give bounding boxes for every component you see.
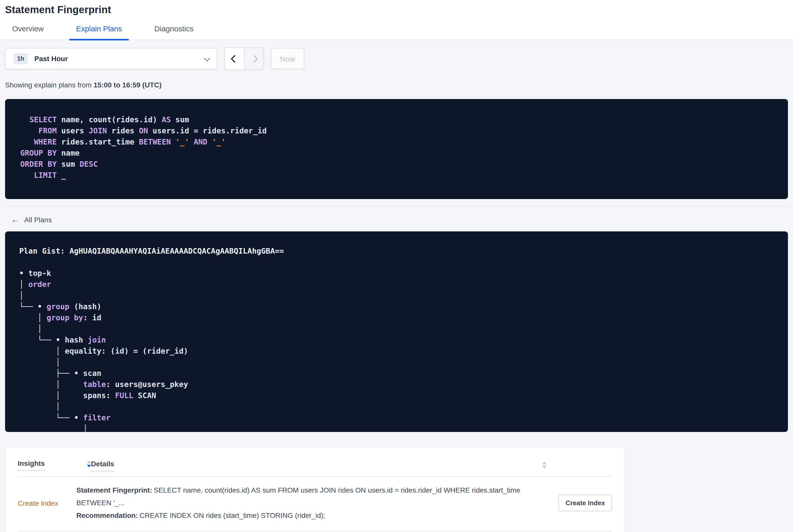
plan-gist-line: Plan Gist: AgHUAQIABQAAAHYAQIAiAEAAAADCQ… <box>19 246 788 256</box>
time-controls: 1h Past Hour Now <box>5 48 788 70</box>
tab-diagnostics[interactable]: Diagnostics <box>147 24 201 39</box>
time-range-badge: 1h <box>14 53 28 64</box>
time-step-group <box>224 48 264 70</box>
insights-column-header[interactable]: Insights <box>18 459 76 471</box>
insights-column-label: Insights <box>18 459 45 471</box>
sort-details-icon[interactable] <box>542 462 546 468</box>
all-plans-back-link[interactable]: ←All Plans <box>11 216 52 224</box>
recommendation-text: CREATE INDEX ON rides (start_time) STORI… <box>139 511 325 519</box>
page-content: 1h Past Hour Now Showing explain plans f… <box>0 48 793 532</box>
details-column-label: Details <box>91 460 114 471</box>
insights-table-header: Insights Details <box>18 447 612 477</box>
chevron-down-icon <box>204 55 210 61</box>
explain-plans-page: Statement Fingerprint Overview Explain P… <box>0 0 793 532</box>
chevron-left-icon <box>230 55 238 62</box>
sql-statement-panel: SELECT name, count(rides.id) AS sum FROM… <box>5 99 788 199</box>
all-plans-label: All Plans <box>24 216 52 224</box>
section-divider <box>0 206 793 206</box>
sort-insights-icon[interactable] <box>87 461 91 467</box>
insight-details-cell: Statement Fingerprint:SELECT name, count… <box>76 484 546 522</box>
page-title: Statement Fingerprint <box>0 0 793 16</box>
prev-interval-button[interactable] <box>225 48 244 69</box>
showing-prefix: Showing explain plans from <box>5 81 94 89</box>
insight-statement-line: Statement Fingerprint:SELECT name, count… <box>76 484 546 509</box>
insights-card: Insights Details Create Index Statement … <box>5 446 625 532</box>
showing-range-text: Showing explain plans from 15:00 to 16:5… <box>5 81 788 89</box>
insight-type-link[interactable]: Create Index <box>18 499 76 507</box>
tab-bar: Overview Explain Plans Diagnostics <box>0 24 793 39</box>
create-index-button[interactable]: Create Index <box>559 495 612 511</box>
sql-statement: SELECT name, count(rides.id) AS sum FROM… <box>20 114 788 181</box>
tab-explain-plans[interactable]: Explain Plans <box>69 24 129 39</box>
showing-range-bold: 15:00 to 16:59 (UTC) <box>94 81 162 89</box>
now-button[interactable]: Now <box>271 48 304 69</box>
time-range-label: Past Hour <box>34 55 68 63</box>
details-column-header[interactable]: Details <box>91 459 114 468</box>
next-interval-button[interactable] <box>244 48 263 69</box>
recommendation-label: Recommendation: <box>76 511 138 519</box>
plan-gist-label: Plan Gist: <box>19 247 70 255</box>
chevron-right-icon <box>250 55 258 62</box>
plan-tree: • top-k│ order│└── • group (hash) │ grou… <box>19 268 788 432</box>
tab-overview[interactable]: Overview <box>5 24 51 39</box>
plan-gist-value: AgHUAQIABQAAAHYAQIAiAEAAAADCQACAgAABQILA… <box>70 247 284 255</box>
back-arrow-icon: ← <box>11 216 19 224</box>
insight-recommendation-line: Recommendation:CREATE INDEX ON rides (st… <box>76 509 546 522</box>
plan-gist-panel: Plan Gist: AgHUAQIABQAAAHYAQIAiAEAAAADCQ… <box>5 231 788 432</box>
plan-gist-tree: Plan Gist: AgHUAQIABQAAAHYAQIAiAEAAAADCQ… <box>19 246 788 432</box>
page-header: Statement Fingerprint Overview Explain P… <box>0 0 793 40</box>
insight-table-row: Create Index Statement Fingerprint:SELEC… <box>18 477 612 532</box>
statement-fingerprint-label: Statement Fingerprint: <box>76 486 152 494</box>
time-range-select[interactable]: 1h Past Hour <box>5 48 217 69</box>
